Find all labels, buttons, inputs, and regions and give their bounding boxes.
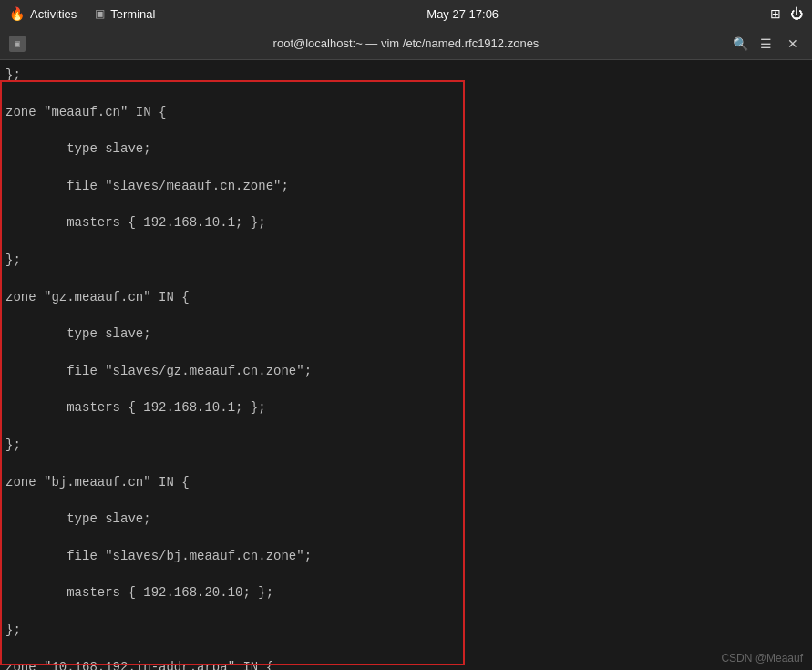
activities-label[interactable]: Activities [30, 7, 77, 21]
code-area: }; zone "meaauf.cn" IN { type slave; fil… [0, 64, 812, 670]
system-bar: 🔥 Activities ▣ Terminal May 27 17:06 ⊞ ⏻ [0, 0, 812, 27]
watermark: CSDN @Meaauf [721, 652, 803, 665]
title-bar: ▣ root@localhost:~ — vim /etc/named.rfc1… [0, 27, 812, 60]
network-icon: ⊞ [770, 6, 781, 21]
terminal-indicator: ▣ [95, 7, 105, 20]
menu-button[interactable]: ☰ [756, 32, 777, 56]
code-line: file "slaves/bj.meaauf.cn.zone"; [5, 547, 807, 565]
terminal-label[interactable]: Terminal [110, 7, 155, 21]
code-line: zone "meaauf.cn" IN { [5, 103, 807, 121]
code-line: }; [5, 251, 807, 269]
code-line: zone "10.168.192.in-addr.arpa" IN { [5, 658, 807, 671]
datetime-label: May 27 17:06 [427, 7, 499, 21]
code-line: zone "gz.meaauf.cn" IN { [5, 288, 807, 306]
search-button[interactable]: 🔍 [730, 32, 751, 56]
title-bar-center: root@localhost:~ — vim /etc/named.rfc191… [82, 36, 730, 50]
terminal-content[interactable]: }; zone "meaauf.cn" IN { type slave; fil… [0, 60, 812, 670]
code-line: masters { 192.168.20.10; }; [5, 583, 807, 602]
code-line: type slave; [5, 325, 807, 343]
terminal-window: ▣ root@localhost:~ — vim /etc/named.rfc1… [0, 27, 812, 670]
power-icon[interactable]: ⏻ [790, 6, 803, 21]
close-button[interactable]: ✕ [782, 32, 803, 56]
code-line: }; [5, 436, 807, 454]
code-line: }; [5, 66, 807, 84]
title-bar-left: ▣ [9, 36, 82, 52]
code-line: type slave; [5, 510, 807, 528]
title-bar-right: 🔍 ☰ ✕ [730, 32, 803, 56]
terminal-window-icon: ▣ [9, 36, 26, 52]
code-line: file "slaves/meaauf.cn.zone"; [5, 177, 807, 195]
code-line: zone "bj.meaauf.cn" IN { [5, 473, 807, 491]
window-title: root@localhost:~ — vim /etc/named.rfc191… [273, 36, 540, 50]
code-line: masters { 192.168.10.1; }; [5, 398, 807, 417]
code-line: file "slaves/gz.meaauf.cn.zone"; [5, 362, 807, 380]
code-line: type slave; [5, 139, 807, 158]
system-bar-center: May 27 17:06 [427, 7, 499, 21]
code-line: }; [5, 621, 807, 639]
activities-icon: 🔥 [9, 6, 25, 21]
code-line: masters { 192.168.10.1; }; [5, 213, 807, 232]
system-bar-right: ⊞ ⏻ [770, 6, 803, 21]
system-bar-left: 🔥 Activities ▣ Terminal [9, 6, 155, 21]
